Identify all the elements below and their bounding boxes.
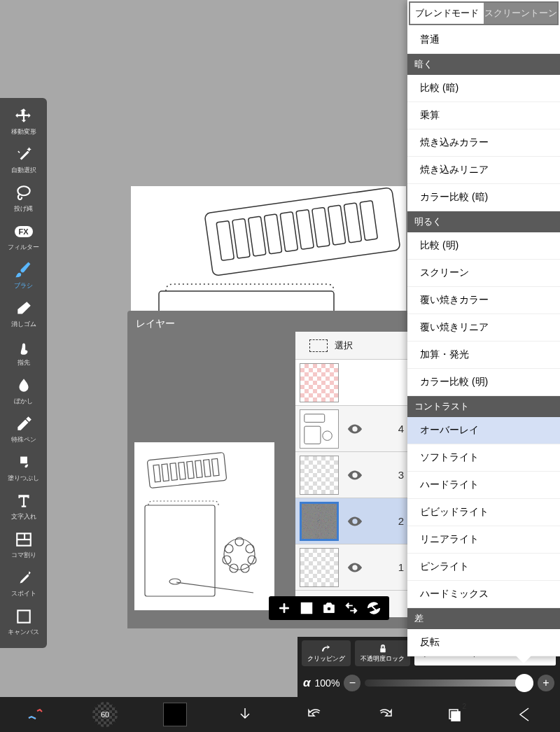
svg-point-41 [323,430,332,440]
fx-icon: FX [14,222,34,241]
blend-mode-item[interactable]: ソフトライト [407,444,560,472]
tab-blend-mode[interactable]: ブレンドモード [410,3,484,24]
layer-row[interactable]: 3 [295,452,411,498]
blend-mode-item[interactable]: 普通 [407,27,560,54]
redo-button[interactable] [364,701,406,729]
opacity-value: 100% [315,677,340,689]
undo-button[interactable] [294,701,336,729]
blend-mode-item[interactable]: 比較 (暗) [407,75,560,102]
tool-fill[interactable]: 塗りつぶし [0,450,47,488]
svg-rect-4 [264,214,281,254]
svg-rect-21 [162,464,169,481]
opacity-minus-button[interactable]: − [344,675,360,691]
opacity-lock-button[interactable]: α不透明度ロック [355,640,410,666]
tool-special[interactable]: 特殊ペン [0,411,47,450]
color-swatch-button[interactable] [154,701,196,729]
layer-row-selected[interactable]: 2 [295,498,411,544]
tab-screentone[interactable]: スクリーントーン [484,3,557,24]
brush-icon [14,260,34,280]
color-swatch [163,703,187,726]
blend-mode-item[interactable]: 乗算 [407,102,560,129]
selection-marquee-icon [309,339,328,352]
blend-mode-item[interactable]: スクリーン [407,260,560,287]
tool-wand[interactable]: 自動選択 [0,142,47,181]
visibility-icon[interactable] [347,424,363,434]
blend-mode-item[interactable]: ハードミックス [407,581,560,608]
blend-mode-item[interactable]: オーバーレイ [407,417,560,444]
blend-mode-item[interactable]: リニアライト [407,526,560,554]
svg-text:α: α [382,644,384,647]
svg-point-38 [169,579,181,584]
layers-button[interactable]: 2 [434,701,476,729]
svg-rect-26 [204,460,211,477]
tool-brush[interactable]: ブラシ [0,258,47,296]
visibility-icon[interactable] [347,563,363,572]
visibility-icon[interactable] [347,516,363,526]
tool-canvas[interactable]: キャンバス [0,604,47,642]
layer-number: 3 [398,469,404,481]
blend-mode-item[interactable]: カラー比較 (暗) [407,184,560,211]
blend-section-header: 明るく [407,211,560,232]
move-icon [14,106,34,126]
svg-rect-10 [360,201,377,241]
camera-button[interactable] [319,600,339,617]
layer-thumbnail [300,456,339,495]
tool-lasso[interactable]: 投げ縄 [0,181,47,219]
blend-mode-item[interactable]: 焼き込みリニア [407,157,560,184]
layer-row[interactable]: 4 [295,406,411,452]
layer-list: 選択 4 3 2 1 背景 [295,332,411,617]
tool-frame[interactable]: コマ割り [0,527,47,565]
flip-button[interactable] [342,600,361,617]
tool-sidebar: 移動変形 自動選択 投げ縄 FXフィルター ブラシ 消しゴム 指先 ぼかし 特殊… [0,98,47,648]
clear-button[interactable] [364,600,384,617]
blend-mode-item[interactable]: カラー比較 (明) [407,369,560,396]
tool-eyedrop[interactable]: スポイト [0,565,47,604]
download-button[interactable] [224,701,266,729]
svg-rect-22 [170,463,177,481]
tool-blur[interactable]: ぼかし [0,373,47,411]
add-layer-button[interactable] [274,600,294,617]
blend-mode-popup: ブレンドモード スクリーントーン 普通暗く比較 (暗)乗算焼き込みカラー焼き込み… [407,0,560,656]
visibility-icon[interactable] [347,470,363,480]
blend-mode-item[interactable]: 覆い焼きリニア [407,314,560,342]
svg-rect-27 [212,458,219,476]
svg-point-29 [224,539,255,570]
brush-toggle-button[interactable] [14,701,56,729]
blend-mode-item[interactable]: 覆い焼きカラー [407,287,560,314]
popup-tail [515,655,532,663]
alpha-symbol: α [303,676,311,690]
brush-size-button[interactable]: 60 [84,701,126,729]
opacity-slider[interactable] [365,680,533,687]
clipping-button[interactable]: クリッピング [302,640,351,666]
svg-rect-3 [248,216,266,256]
tool-text[interactable]: 文字入れ [0,488,47,527]
frame-icon [14,530,34,549]
special-pen-icon [14,414,34,434]
blend-mode-item[interactable]: ピンライト [407,554,560,581]
layer-number: 2 [398,515,404,527]
opacity-plus-button[interactable]: + [538,675,554,691]
layer-toolbar [269,596,389,620]
duplicate-layer-button[interactable] [297,600,316,617]
canvas-icon [14,607,34,626]
selection-label: 選択 [335,339,353,352]
blend-mode-item[interactable]: 反転 [407,629,560,656]
blend-mode-item[interactable]: 焼き込みカラー [407,129,560,157]
tool-fx[interactable]: FXフィルター [0,219,47,258]
layer-thumbnail [300,502,339,541]
blend-mode-item[interactable]: ビビッドライト [407,499,560,526]
blend-mode-item[interactable]: 加算・発光 [407,342,560,369]
layer-row[interactable]: 1 [295,544,411,591]
svg-rect-40 [304,426,321,444]
selection-layer-row[interactable]: 選択 [295,332,411,360]
tool-eraser[interactable]: 消しゴム [0,296,47,335]
back-button[interactable] [504,701,546,729]
blend-mode-item[interactable]: 比較 (明) [407,232,560,260]
tool-move[interactable]: 移動変形 [0,104,47,142]
blend-mode-item[interactable]: ハードライト [407,472,560,499]
slider-thumb[interactable] [515,674,533,692]
layer-row-pink[interactable] [295,360,411,406]
tool-smudge[interactable]: 指先 [0,335,47,373]
layer-thumbnail [300,409,339,449]
svg-rect-6 [296,209,314,249]
